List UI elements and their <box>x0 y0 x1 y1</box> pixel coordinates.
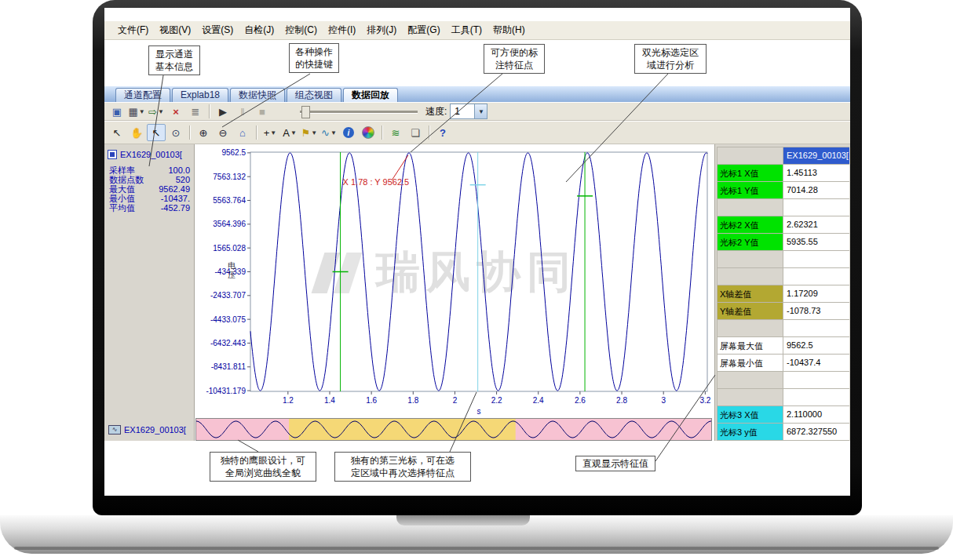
table-row[interactable]: 屏幕最大值9562.5 <box>717 337 849 355</box>
eagle-eye-strip[interactable] <box>195 418 712 441</box>
table-row[interactable]: 光标3 y值6872.327550 <box>717 424 849 441</box>
table-row[interactable]: X轴差值1.17209 <box>717 285 849 303</box>
stat-label: 最小值 <box>109 194 135 203</box>
svg-text:7563.132: 7563.132 <box>213 173 246 181</box>
table-row[interactable] <box>717 389 849 406</box>
chart-tools-toolbar: ↖✋↖⊙⊕⊖⌂+▼A▼⚑▼∿▼i≋❏? <box>104 121 850 144</box>
export-icon[interactable]: ⇨▼ <box>147 103 166 120</box>
menu-item[interactable]: 设置(S) <box>196 22 239 38</box>
svg-text:2: 2 <box>453 396 458 405</box>
info-icon[interactable]: i <box>339 124 358 141</box>
snapshot-icon[interactable]: ≋ <box>386 124 405 141</box>
table-row[interactable] <box>717 320 849 337</box>
table-row[interactable]: 光标1 Y值7014.28 <box>717 182 849 199</box>
menu-item[interactable]: 控制(C) <box>279 22 323 38</box>
svg-text:1565.028: 1565.028 <box>213 244 246 253</box>
speed-combobox[interactable]: 1 ▼ <box>450 104 487 119</box>
svg-text:电: 电 <box>228 261 236 270</box>
zoom-region-icon[interactable]: ⊙ <box>166 124 185 141</box>
feature-value-cell <box>783 320 849 336</box>
menu-item[interactable]: 文件(F) <box>112 22 154 38</box>
feature-value-cell: 1.17209 <box>783 285 849 302</box>
playback-toolbar: ▣▦▼⇨▼×≣▶‖■ 速度: 1 ▼ <box>104 102 850 121</box>
select-arrow-icon[interactable]: ↖ <box>147 124 166 141</box>
table-row[interactable]: 光标2 X值2.62321 <box>717 216 849 234</box>
callout-third-cursor: 独有的第三光标，可在选 定区域中再次选择特征点 <box>334 452 471 482</box>
zoom-out-icon[interactable]: ⊖ <box>214 124 232 141</box>
slider-thumb[interactable] <box>301 106 310 118</box>
feature-label-cell: X轴差值 <box>717 285 783 302</box>
tab[interactable]: 通道配置 <box>115 88 170 102</box>
zoom-in-icon[interactable]: ⊕ <box>194 124 213 141</box>
stat-row: 平均值-452.79 <box>109 203 190 213</box>
stat-label: 最大值 <box>109 184 135 194</box>
table-row[interactable]: 光标3 X值2.110000 <box>717 406 849 424</box>
svg-text:1.2: 1.2 <box>283 396 294 405</box>
menu-item[interactable]: 视图(V) <box>154 22 196 38</box>
speed-value: 1 <box>451 106 474 117</box>
svg-text:2.4: 2.4 <box>533 396 544 405</box>
svg-text:-10431.179: -10431.179 <box>206 387 246 395</box>
menu-item[interactable]: 配置(G) <box>402 22 445 38</box>
pause-icon[interactable]: ‖ <box>233 103 252 120</box>
help-icon[interactable]: ? <box>433 124 452 141</box>
home-icon[interactable]: ⌂ <box>233 124 252 141</box>
copy-icon[interactable]: ❏ <box>406 124 425 141</box>
window-icon[interactable]: ▣ <box>108 103 126 120</box>
pan-hand-icon[interactable]: ✋ <box>127 124 146 141</box>
tab[interactable]: 组态视图 <box>287 88 341 102</box>
channel-header[interactable]: EX1629_00103[ <box>104 144 194 164</box>
chevron-down-icon[interactable]: ▼ <box>474 104 487 118</box>
laptop-notch <box>396 515 530 525</box>
grid-view-icon[interactable]: ▦▼ <box>127 103 146 120</box>
feature-value-cell <box>783 389 849 405</box>
feature-value-cell: 5935.55 <box>783 234 849 250</box>
table-row[interactable] <box>717 199 849 216</box>
feature-value-cell: 7014.28 <box>783 182 849 198</box>
callout-annotate: 可方便的标 注特征点 <box>484 44 545 74</box>
stat-row: 最大值9562.49 <box>109 184 190 194</box>
channel-icon <box>108 150 117 159</box>
svg-text:压: 压 <box>228 271 236 279</box>
feature-value-cell: 1.45113 <box>783 165 849 181</box>
tab[interactable]: Explab18 <box>172 88 228 102</box>
stop-icon[interactable]: ■ <box>253 103 272 120</box>
curve-style-icon[interactable]: ∿▼ <box>319 124 338 141</box>
tab[interactable]: 数据快照 <box>230 88 285 102</box>
eagle-eye-icon: ∿ <box>108 425 121 435</box>
table-row[interactable] <box>717 251 849 268</box>
menu-item[interactable]: 工具(T) <box>446 22 487 38</box>
add-marker-icon[interactable]: +▼ <box>261 124 279 141</box>
menu-item[interactable]: 帮助(H) <box>487 22 531 38</box>
feature-label-cell: 光标3 X值 <box>717 406 783 423</box>
menu-item[interactable]: 控件(I) <box>323 22 361 38</box>
speed-slider[interactable] <box>300 105 418 118</box>
svg-text:2.8: 2.8 <box>616 396 627 405</box>
channel-stats: 采样率100.0数据点数520最大值9562.49最小值-10437.平均值-4… <box>104 164 194 213</box>
table-row[interactable]: Y轴差值-1078.73 <box>717 303 849 320</box>
channel-info-panel: EX1629_00103[ 采样率100.0数据点数520最大值9562.49最… <box>104 144 195 418</box>
color-wheel-icon[interactable] <box>359 124 378 141</box>
speed-label: 速度: <box>425 105 447 118</box>
table-channel-header[interactable]: EX1629_00103[... <box>783 147 849 164</box>
menu-item[interactable]: 自检(J) <box>239 22 279 38</box>
table-row[interactable]: 光标2 Y值5935.55 <box>717 234 849 251</box>
table-row[interactable] <box>717 372 849 389</box>
eagle-eye-channel[interactable]: ∿ EX1629_00103[ <box>104 418 195 441</box>
menu-item[interactable]: 排列(J) <box>361 22 402 38</box>
chart-area[interactable]: 瑞风协同 9562.57563.1325563.7643564.3961565.… <box>195 144 714 416</box>
tab-bar: 通道配置Explab18数据快照组态视图数据回放 <box>104 86 850 102</box>
feature-label-cell: 屏幕最小值 <box>717 355 783 371</box>
text-label-icon[interactable]: A▼ <box>280 124 299 141</box>
laptop-frame: 文件(F)视图(V)设置(S)自检(J)控制(C)控件(I)排列(J)配置(G)… <box>93 0 862 515</box>
stat-row: 采样率100.0 <box>109 165 190 175</box>
table-row[interactable]: 屏幕最小值-10437.4 <box>717 355 849 372</box>
trash-icon[interactable]: ≣ <box>186 103 205 120</box>
flag-marker-icon[interactable]: ⚑▼ <box>300 124 319 141</box>
pointer-icon[interactable]: ↖ <box>108 124 126 141</box>
play-icon[interactable]: ▶ <box>214 103 232 120</box>
table-row[interactable] <box>717 268 849 285</box>
table-row[interactable]: 光标1 X值1.45113 <box>717 165 849 182</box>
delete-icon[interactable]: × <box>166 103 185 120</box>
tab[interactable]: 数据回放 <box>343 88 398 102</box>
